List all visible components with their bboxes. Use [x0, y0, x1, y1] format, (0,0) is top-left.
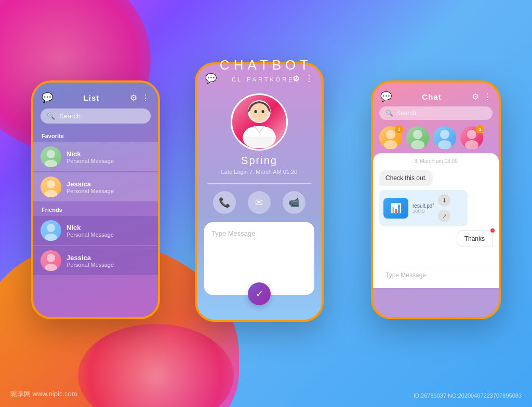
person-svg [233, 96, 285, 148]
send-button[interactable]: ✓ [248, 282, 271, 305]
contact-nick-friends[interactable]: Nick Personal Message [33, 216, 158, 245]
phone-profile: 💬 ⚙ ⋮ Spring Late Login [195, 62, 324, 322]
file-thumbnail: 📊 [383, 198, 408, 219]
share-button[interactable]: ↗ [438, 210, 450, 222]
message-placeholder: Type Message [211, 229, 307, 237]
file-size: 30MB [413, 209, 434, 214]
call-button[interactable]: 📞 [213, 191, 236, 214]
svg-point-12 [262, 110, 264, 113]
svg-point-10 [250, 103, 269, 122]
file-attachment: 📊 result.pdf 30MB ⬇ ↗ [379, 190, 468, 226]
svg-point-20 [465, 140, 478, 149]
type-message-bar[interactable]: Type Message [379, 267, 493, 283]
svg-point-17 [440, 130, 449, 139]
svg-point-1 [45, 160, 57, 167]
phone3-title: Chat [422, 92, 441, 101]
chat-date: 3. March am 08:00 [379, 158, 493, 164]
svg-point-5 [45, 234, 57, 241]
search-icon: 🔍 [47, 112, 55, 120]
profile-name: Spring [197, 155, 322, 167]
svg-point-7 [45, 264, 57, 271]
received-message: Check this out. [379, 170, 433, 186]
avatar-jessica1 [41, 177, 61, 197]
file-info: result.pdf 30MB [413, 203, 434, 214]
message-box[interactable]: Type Message ✓ [204, 222, 314, 295]
page-subtitle: CLIPARTKOREA [220, 76, 312, 83]
phone3-header: 💬 Chat ⚙ ⋮ [373, 83, 499, 106]
svg-point-14 [384, 140, 397, 149]
phone-chat: 💬 Chat ⚙ ⋮ 🔍 3 [371, 80, 501, 319]
phone1-header: 💬 List ⚙ ⋮ [33, 83, 158, 108]
contact-info-jessica1: Jessica Personal Message [66, 180, 114, 194]
phone1-search-bar[interactable]: 🔍 [41, 108, 151, 124]
chat-icon: 💬 [42, 92, 53, 103]
settings-icon3[interactable]: ⚙ [472, 92, 479, 102]
contact-jessica-fav[interactable]: Jessica Personal Message [33, 172, 158, 201]
svg-point-18 [438, 140, 451, 149]
svg-point-6 [47, 254, 55, 262]
badge-3: 1 [476, 125, 484, 133]
watermark-right: ID:26785037 NO:20200407223707895083 [414, 392, 522, 399]
chat-icon3: 💬 [380, 91, 392, 102]
message-button[interactable]: ✉ [248, 191, 271, 214]
sent-message: Thanks [457, 230, 493, 247]
svg-point-4 [47, 224, 55, 232]
file-name: result.pdf [413, 203, 434, 209]
avatar-nick2 [41, 220, 61, 241]
contact-info-nick1: Nick Personal Message [66, 150, 114, 164]
profile-avatar [231, 93, 288, 151]
svg-point-15 [413, 130, 422, 139]
chat-body: 3. March am 08:00 Check this out. 📊 resu… [373, 153, 499, 288]
contact-info-nick2: Nick Personal Message [66, 224, 114, 238]
download-button[interactable]: ⬇ [438, 194, 450, 207]
sent-message-wrap: Thanks [457, 230, 493, 247]
search-input[interactable] [59, 112, 144, 120]
watermark-left: 昵享网 www.nipic.com [10, 389, 77, 399]
file-actions: ⬇ ↗ [438, 194, 450, 222]
page-title: CHATBOT [220, 57, 312, 73]
contact-jessica-friends[interactable]: Jessica Personal Message [33, 246, 158, 275]
favorites-label: Favorite [33, 129, 158, 141]
svg-point-0 [47, 150, 55, 158]
settings-icon[interactable]: ⚙ [130, 93, 137, 103]
svg-point-2 [47, 180, 55, 188]
story-1[interactable] [406, 126, 429, 149]
video-button[interactable]: 📹 [283, 191, 305, 214]
svg-point-19 [467, 130, 476, 139]
phone-list: 💬 List ⚙ ⋮ 🔍 Favorite Nick Personal Mess… [31, 80, 160, 319]
svg-point-11 [255, 110, 257, 113]
story-2[interactable] [433, 126, 456, 149]
chat-icon2: 💬 [205, 73, 217, 84]
svg-point-13 [386, 130, 395, 139]
profile-actions: 📞 ✉ 📹 [207, 183, 311, 214]
more-icon3[interactable]: ⋮ [483, 92, 491, 102]
story-3[interactable]: 1 [460, 126, 483, 149]
more-icon[interactable]: ⋮ [141, 93, 150, 103]
phone3-search-bar[interactable]: 🔍 [379, 106, 493, 120]
contact-nick-fav[interactable]: Nick Personal Message [33, 142, 158, 171]
contact-info-jessica2: Jessica Personal Message [66, 254, 114, 268]
profile-login: Late Login 7. March AM 01:20 [197, 169, 322, 175]
search-input3[interactable] [396, 110, 486, 117]
stories-row: 3 1 [373, 124, 499, 153]
avatar-jessica2 [41, 250, 61, 271]
search-icon3: 🔍 [385, 110, 393, 117]
svg-point-16 [411, 140, 424, 149]
phone1-title: List [84, 93, 100, 102]
title-area: CHATBOT CLIPARTKOREA [220, 57, 312, 83]
badge-0: 3 [395, 125, 403, 133]
unread-dot [490, 228, 495, 233]
avatar-nick1 [41, 146, 61, 167]
story-0[interactable]: 3 [379, 126, 402, 149]
svg-point-3 [45, 190, 57, 197]
profile-avatar-wrap [197, 93, 322, 151]
friends-label: Friends [33, 202, 158, 215]
